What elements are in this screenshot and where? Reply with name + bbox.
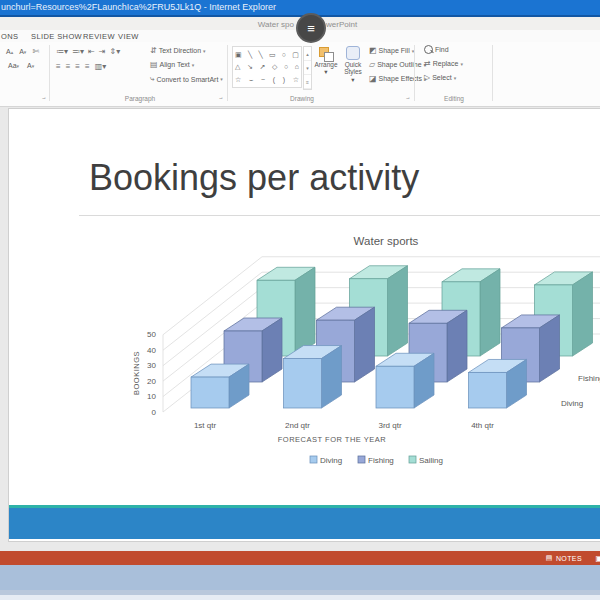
scroll-up-icon[interactable]: ▴ bbox=[304, 47, 311, 61]
replace-icon: ⇄ bbox=[424, 59, 431, 68]
text-direction-button[interactable]: ⇵ Text Direction▾ bbox=[150, 46, 206, 55]
chart-bar-sailing bbox=[388, 266, 408, 356]
slide-accent-blue-band bbox=[9, 508, 600, 539]
font-size-buttons: A▴ A▾ ✄ bbox=[6, 47, 39, 56]
x-axis-title: FORECAST FOR THE YEAR bbox=[278, 435, 387, 444]
chart-bar-diving bbox=[376, 366, 414, 408]
align-right-button[interactable]: ≡ bbox=[75, 62, 80, 71]
chart-bar-sailing bbox=[573, 272, 593, 356]
font-color-button[interactable]: A▾ bbox=[27, 62, 34, 69]
gallery-expand-icon[interactable]: ≡ bbox=[304, 75, 311, 89]
y-tick-label: 20 bbox=[147, 377, 156, 386]
depth-axis-label: Fishing bbox=[578, 374, 600, 383]
group-separator bbox=[414, 45, 415, 101]
bookings-chart[interactable]: 01020304050BOOKINGS1st qtr2nd qtr3rd qtr… bbox=[9, 109, 600, 541]
text-direction-icon: ⇵ bbox=[150, 46, 157, 55]
smartart-icon: ⤷ bbox=[150, 74, 154, 84]
shape-fill-button[interactable]: ◩ Shape Fill▾ bbox=[369, 46, 414, 55]
tab-slide-show[interactable]: SLIDE SHOW bbox=[31, 32, 82, 41]
paragraph-dialog-launcher[interactable]: ⌐ bbox=[219, 96, 223, 102]
shapes-row: △↘↗◇○⌂ bbox=[235, 63, 299, 70]
legend-label: Diving bbox=[320, 456, 342, 465]
paragraph-row2: ≡ ≡ ≡ ≡ ▥▾ bbox=[56, 62, 106, 71]
convert-smartart-button[interactable]: ⤷ Convert to SmartArt▾ bbox=[150, 74, 223, 84]
legend-label: Sailing bbox=[419, 456, 443, 465]
overlay-menu-circle[interactable]: ≡ bbox=[296, 13, 326, 43]
notes-button[interactable]: ▤ NOTES bbox=[546, 554, 582, 562]
quick-styles-button[interactable]: Quick Styles ▾ bbox=[341, 45, 365, 83]
drawing-dialog-launcher[interactable]: ⌐ bbox=[406, 96, 410, 102]
shape-effects-button[interactable]: ◪ Shape Effects▾ bbox=[369, 74, 427, 83]
y-tick-label: 30 bbox=[147, 361, 156, 370]
replace-button[interactable]: ⇄ Replace▾ bbox=[424, 59, 463, 68]
shape-outline-icon: ▱ bbox=[369, 60, 375, 69]
bottom-band bbox=[0, 565, 600, 590]
category-label: 4th qtr bbox=[471, 421, 494, 430]
screen: unchurl=Resources%2FLaunchIca%2FRU5JLk1Q… bbox=[0, 0, 600, 600]
change-case-button[interactable]: Aa▾ bbox=[8, 62, 19, 69]
bullets-button[interactable]: ≔▾ bbox=[56, 47, 68, 56]
find-icon bbox=[424, 45, 433, 54]
window-title-left: Water spo bbox=[258, 20, 294, 29]
group-separator bbox=[227, 45, 228, 101]
align-text-button[interactable]: ▤ Align Text▾ bbox=[150, 60, 194, 69]
category-label: 1st qtr bbox=[194, 421, 217, 430]
legend-swatch-sailing bbox=[409, 456, 416, 463]
shapes-row: ☆⌣~()☆ bbox=[235, 76, 299, 83]
workspace: Bookings per activity 01020304050BOOKING… bbox=[0, 107, 600, 551]
y-tick-label: 40 bbox=[147, 346, 156, 355]
ie-titlebar[interactable]: unchurl=Resources%2FLaunchIca%2FRU5JLk1Q… bbox=[0, 0, 600, 15]
columns-button[interactable]: ▥▾ bbox=[95, 62, 107, 71]
chart-bar-sailing bbox=[480, 269, 500, 356]
shapes-gallery[interactable]: ▣╲╲▭○▢ △↘↗◇○⌂ ☆⌣~()☆ bbox=[232, 46, 302, 88]
font-dialog-launcher[interactable]: ⌐ bbox=[42, 96, 46, 102]
grow-font-button[interactable]: A▴ bbox=[6, 48, 13, 55]
window-title-right: werPoint bbox=[326, 20, 357, 29]
arrange-button[interactable]: Arrange ▾ bbox=[314, 45, 338, 76]
align-text-icon: ▤ bbox=[150, 60, 158, 69]
shape-outline-button[interactable]: ▱ Shape Outline▾ bbox=[369, 60, 426, 69]
editing-group-label: Editing bbox=[424, 95, 484, 102]
line-spacing-button[interactable]: ⇕▾ bbox=[109, 47, 120, 56]
outdent-button[interactable]: ⇤ bbox=[88, 47, 95, 56]
scroll-down-icon[interactable]: ▾ bbox=[304, 61, 311, 75]
indent-button[interactable]: ⇥ bbox=[99, 47, 106, 56]
align-center-button[interactable]: ≡ bbox=[66, 62, 71, 71]
chart-bar-sailing bbox=[295, 267, 315, 356]
chart-bar-diving bbox=[469, 372, 507, 408]
paragraph-group-label: Paragraph bbox=[110, 95, 170, 102]
bottom-band-lighter bbox=[0, 595, 600, 600]
shapes-gallery-scroll[interactable]: ▴ ▾ ≡ bbox=[303, 46, 312, 90]
chart-bar-fishing bbox=[447, 310, 467, 382]
find-button[interactable]: Find bbox=[424, 45, 449, 54]
drawing-group-label: Drawing bbox=[272, 95, 332, 102]
ribbon: A▴ A▾ ✄ Aa▾ A▾ ⌐ ≔▾ ≕▾ ⇤ ⇥ ⇕▾ ≡ ≡ ≡ ≡ ▥▾… bbox=[0, 42, 600, 107]
numbering-button[interactable]: ≕▾ bbox=[72, 47, 84, 56]
shrink-font-button[interactable]: A▾ bbox=[19, 48, 26, 55]
shape-effects-icon: ◪ bbox=[369, 74, 377, 83]
align-left-button[interactable]: ≡ bbox=[56, 62, 61, 71]
select-button[interactable]: ▷ Select▾ bbox=[424, 73, 456, 82]
tab-review[interactable]: REVIEW bbox=[83, 32, 115, 41]
tab-partial[interactable]: ONS bbox=[1, 32, 18, 41]
font-style-buttons: Aa▾ A▾ bbox=[8, 62, 34, 69]
clear-formatting-icon[interactable]: ✄ bbox=[32, 47, 39, 56]
justify-button[interactable]: ≡ bbox=[85, 62, 90, 71]
tab-view[interactable]: VIEW bbox=[118, 32, 139, 41]
y-tick-label: 0 bbox=[152, 408, 157, 417]
chart-bar-diving bbox=[191, 377, 229, 408]
comments-icon-partial[interactable]: ▣ bbox=[595, 554, 600, 563]
chart-title: Water sports bbox=[354, 235, 419, 247]
group-separator bbox=[49, 45, 50, 101]
notes-icon: ▤ bbox=[546, 554, 553, 562]
slide-canvas[interactable]: Bookings per activity 01020304050BOOKING… bbox=[8, 108, 600, 542]
paragraph-row1: ≔▾ ≕▾ ⇤ ⇥ ⇕▾ bbox=[56, 47, 120, 56]
shapes-row: ▣╲╲▭○▢ bbox=[235, 51, 299, 58]
chart-bar-fishing bbox=[355, 307, 375, 382]
y-tick-label: 10 bbox=[147, 392, 156, 401]
quick-styles-icon bbox=[341, 45, 365, 61]
y-axis-title: BOOKINGS bbox=[132, 351, 141, 395]
status-bar: ▤ NOTES ▣ bbox=[0, 551, 600, 565]
arrange-icon bbox=[314, 45, 338, 61]
ie-title-text: unchurl=Resources%2FLaunchIca%2FRU5JLk1Q… bbox=[1, 2, 276, 12]
